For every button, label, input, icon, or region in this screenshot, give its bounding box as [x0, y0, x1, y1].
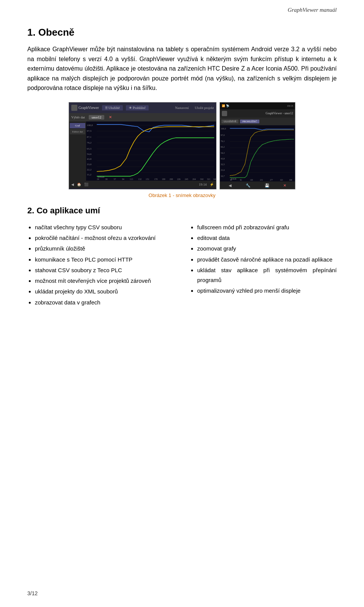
- screen-logo: GraphViewer: [71, 105, 99, 111]
- screen-right-bottombar: ◀ 🔧 💾 ✕: [220, 181, 295, 189]
- svg-text:19: 19: [97, 178, 99, 180]
- screen-body: Graf Editor dat 108,8 97,5 87,1 76,2 65,…: [69, 121, 216, 181]
- svg-rect-37: [220, 125, 295, 181]
- screen-right-graph: 108,9 97,0 76,1 66,2 54,3 43,8 32,5 21,6…: [220, 125, 295, 181]
- list-item: ukládat stav aplikace při systémovém pře…: [197, 265, 337, 285]
- screen-right-title: GraphViewer - unor12: [266, 112, 293, 115]
- list-item: stahovat CSV soubory z Teco PLC: [35, 265, 174, 275]
- list-item: ukládat projekty do XML souborů: [35, 287, 174, 296]
- svg-text:38: 38: [105, 178, 107, 180]
- screen-bottom-bar: ◀ 🏠 ⬛ 19:14 ⚡: [69, 181, 216, 188]
- sidebar-editor: Editor dat: [70, 129, 85, 134]
- svg-text:54,6: 54,6: [87, 153, 92, 156]
- svg-text:43,8: 43,8: [221, 158, 225, 160]
- svg-text:245: 245: [185, 178, 188, 180]
- svg-text:170: 170: [154, 178, 158, 180]
- screen-right-tab-prohlizec: PROHLÍŽEČ: [240, 120, 259, 123]
- list-item: pokročilé načítání - možnost ořezu a vzo…: [35, 233, 174, 243]
- svg-text:108,9: 108,9: [221, 128, 226, 130]
- screenshot-left: GraphViewer ☰ Uložiště 👁 Prohlížeč Nasta…: [69, 102, 217, 189]
- svg-text:113: 113: [130, 178, 133, 180]
- section2-heading: 2. Co aplikace umí: [27, 206, 337, 216]
- section1-heading: 1. Obecně: [27, 27, 337, 38]
- graph-svg: 108,8 97,5 87,1 76,2 65,5 54,6 43,8 33,0…: [86, 121, 216, 181]
- screen-right-appheader: GraphViewer - unor12: [220, 109, 295, 118]
- svg-text:65,5: 65,5: [87, 147, 92, 150]
- screen-tab-bar: Výběr dat unor12 ✕: [69, 113, 216, 121]
- intro-paragraph: Aplikace GraphViewer může být nainstalov…: [27, 44, 337, 93]
- screen-vybor-dat: Výběr dat: [71, 115, 85, 119]
- svg-text:231: 231: [260, 179, 263, 181]
- svg-text:76,1: 76,1: [221, 140, 225, 142]
- svg-text:277: 277: [270, 179, 273, 181]
- list-item: optimalizovaný vzhled pro menší displeje: [197, 286, 337, 296]
- features-list: načítat všechny typy CSV souboru pokroči…: [27, 222, 337, 308]
- screen-right-tab-ulozhiste: ULOŽIŠTĚ: [221, 120, 238, 123]
- screen-right-tabs: ULOŽIŠTĚ PROHLÍŽEČ: [220, 118, 295, 125]
- list-item: komunikace s Teco PLC pomocí HTTP: [35, 255, 174, 265]
- svg-text:94: 94: [122, 178, 124, 180]
- screen-graph-area: 108,8 97,5 87,1 76,2 65,5 54,6 43,8 33,0…: [86, 121, 216, 181]
- svg-text:54,3: 54,3: [221, 151, 225, 154]
- screenshot-right: 📶 📡 19:15 GraphViewer - unor12 ULOŽIŠTĚ …: [220, 102, 295, 189]
- svg-text:87,1: 87,1: [87, 136, 92, 139]
- svg-text:340: 340: [213, 178, 216, 180]
- svg-text:97,0: 97,0: [221, 134, 225, 136]
- svg-text:57: 57: [114, 178, 116, 180]
- screen-menu-nastaveni: Nastavení: [175, 106, 189, 110]
- list-item: provádět časově náročné aplikace na poza…: [197, 255, 337, 265]
- svg-text:321: 321: [207, 178, 210, 180]
- svg-text:92: 92: [240, 179, 242, 181]
- svg-text:264: 264: [192, 178, 196, 180]
- sidebar-graf: Graf: [70, 123, 85, 128]
- svg-text:226: 226: [177, 178, 180, 180]
- screen-right-logo: [222, 111, 227, 116]
- svg-text:22,2: 22,2: [87, 168, 92, 171]
- screen-tab-unor: unor12: [89, 115, 105, 120]
- svg-text:108,8: 108,8: [87, 124, 93, 127]
- list-item: editovat data: [197, 233, 337, 243]
- list-item: fullscreen mód při zobrazování grafu: [197, 222, 337, 232]
- list-item: možnost mít otevřených více projektů zár…: [35, 276, 174, 286]
- screen-right-svg: 108,9 97,0 76,1 66,2 54,3 43,8 32,5 21,6…: [220, 125, 295, 181]
- col1-list: načítat všechny typy CSV souboru pokroči…: [27, 222, 174, 307]
- screen-right-statusbar: 📶 📡 19:15: [220, 102, 295, 109]
- features-col2: fullscreen mód při zobrazování grafu edi…: [190, 222, 337, 308]
- svg-text:97,5: 97,5: [87, 129, 92, 132]
- list-item: zobrazovat data v grafech: [35, 298, 174, 307]
- document-title: GraphViewer manuál: [288, 7, 337, 13]
- screen-sidebar: Graf Editor dat: [69, 121, 86, 181]
- col2-list: fullscreen mód při zobrazování grafu edi…: [190, 222, 337, 296]
- list-item: načítat všechny typy CSV souboru: [35, 222, 174, 232]
- page-number: 3/12: [27, 590, 38, 596]
- svg-text:11,2: 11,2: [87, 173, 92, 176]
- svg-text:369: 369: [289, 179, 292, 181]
- screen-menu-ulozit: Uložit projekt: [195, 106, 214, 110]
- svg-text:10,7: 10,7: [221, 175, 225, 177]
- screenshots-container: GraphViewer ☰ Uložiště 👁 Prohlížeč Nasta…: [27, 102, 337, 189]
- svg-text:32,5: 32,5: [221, 163, 225, 166]
- svg-text:189: 189: [162, 178, 165, 180]
- svg-text:21,6: 21,6: [221, 169, 225, 171]
- screen-tab-prohlizec: 👁 Prohlížeč: [126, 105, 149, 110]
- svg-text:151: 151: [146, 178, 149, 180]
- screen-close-tab: ✕: [109, 115, 112, 119]
- screen-tab-ulozhiste: ☰ Uložiště: [102, 105, 123, 110]
- svg-text:43,8: 43,8: [87, 158, 92, 161]
- figure-caption: Obrázek 1 - snímek obrazovky: [27, 192, 337, 198]
- svg-text:domain: domain: [97, 176, 104, 178]
- list-item: zoomovat grafy: [197, 244, 337, 254]
- svg-text:66,2: 66,2: [221, 146, 225, 148]
- svg-text:208: 208: [169, 178, 173, 180]
- svg-text:domain: domain: [231, 178, 237, 180]
- svg-text:138: 138: [250, 179, 253, 181]
- svg-rect-0: [86, 121, 216, 181]
- svg-text:323: 323: [280, 179, 283, 181]
- svg-text:302: 302: [200, 178, 204, 180]
- svg-text:132: 132: [138, 178, 141, 180]
- svg-text:76,2: 76,2: [87, 142, 92, 145]
- svg-text:33,0: 33,0: [87, 163, 92, 166]
- features-col1: načítat všechny typy CSV souboru pokroči…: [27, 222, 174, 308]
- list-item: průzkumník úložiště: [35, 244, 174, 254]
